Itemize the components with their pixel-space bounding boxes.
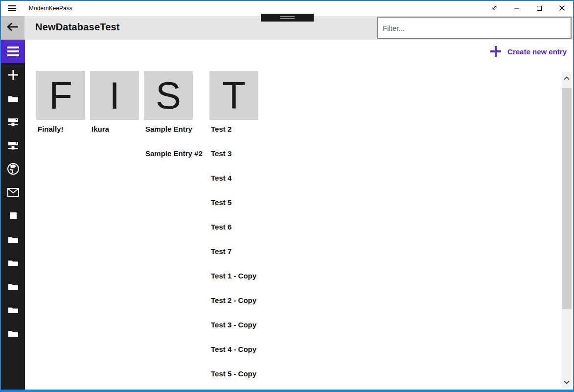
entry-item[interactable]: Finally!: [36, 125, 85, 149]
mail-icon: [7, 187, 20, 198]
minimize-icon: [514, 4, 520, 13]
close-icon: [559, 4, 565, 13]
square-icon: [7, 210, 19, 222]
entry-groups: FFinally!IIkuraSSample EntrySample Entry…: [36, 71, 469, 392]
sidebar-item[interactable]: [1, 322, 25, 345]
scroll-up-button[interactable]: [562, 74, 572, 82]
create-new-entry-label: Create new entry: [507, 47, 567, 56]
entry-item[interactable]: Test 4 - Copy: [209, 345, 464, 369]
create-new-entry-button[interactable]: Create new entry: [490, 46, 567, 57]
sidebar-item[interactable]: [1, 204, 25, 228]
group-letter: T: [222, 71, 246, 120]
chevron-down-icon: [564, 377, 570, 386]
entry-item[interactable]: Test 6: [209, 223, 464, 247]
entry-group: FFinally!: [36, 71, 85, 149]
folder-icon: [7, 233, 19, 245]
app-window: ModernKeePass: [0, 0, 574, 392]
app-title: ModernKeePass: [29, 5, 72, 12]
back-button[interactable]: [1, 16, 24, 40]
sidebar-item[interactable]: [1, 275, 25, 298]
entry-group: IIkura: [90, 71, 139, 149]
sidebar-item[interactable]: [1, 181, 25, 204]
entry-item[interactable]: Sample Entry #2: [144, 149, 205, 174]
folder-icon: [7, 280, 19, 292]
entry-group: SSample EntrySample Entry #2: [144, 71, 205, 174]
entry-list: Sample EntrySample Entry #2: [144, 120, 205, 174]
entry-item[interactable]: Test 7: [209, 247, 464, 272]
window-controls: [483, 1, 573, 16]
sidebar-item[interactable]: [1, 87, 25, 110]
maximize-button[interactable]: [528, 1, 551, 16]
group-tile[interactable]: T: [209, 71, 258, 120]
entry-list: Test 2Test 3Test 4Test 5Test 6Test 7Test…: [209, 120, 464, 392]
group-letter: I: [109, 71, 120, 120]
drag-handle[interactable]: [261, 14, 314, 22]
minimize-button[interactable]: [505, 1, 528, 16]
page-title: NewDatabaseTest: [35, 22, 120, 33]
main-content: Create new entry FFinally!IIkuraSSample …: [25, 40, 573, 391]
entry-group: TTest 2Test 3Test 4Test 5Test 6Test 7Tes…: [209, 71, 464, 392]
back-arrow-icon: [6, 22, 19, 34]
sidebar-item[interactable]: [1, 228, 25, 251]
sliders-icon: [7, 139, 19, 151]
entry-item[interactable]: Test 2 - Copy: [209, 296, 464, 321]
entry-item[interactable]: Test 2: [209, 125, 464, 149]
entry-item[interactable]: Test 3: [209, 149, 464, 174]
plus-icon: [490, 46, 501, 57]
group-letter: S: [156, 71, 181, 120]
fullscreen-button[interactable]: [483, 1, 505, 16]
folder-icon: [7, 304, 19, 316]
hamburger-icon[interactable]: [1, 40, 25, 63]
folder-icon: [7, 327, 19, 339]
group-letter: F: [49, 71, 72, 120]
filter-field: [377, 17, 572, 39]
sidebar-items: [1, 63, 25, 345]
entry-list: Finally!: [36, 120, 85, 149]
entry-list: Ikura: [90, 120, 139, 149]
sidebar: [1, 40, 25, 391]
group-tile[interactable]: I: [90, 71, 139, 120]
folder-icon: [7, 92, 19, 104]
globe-icon: [7, 162, 20, 175]
sidebar-item[interactable]: [1, 110, 25, 134]
sidebar-item[interactable]: [1, 63, 25, 87]
chevron-up-icon: [564, 73, 570, 82]
sidebar-item[interactable]: [1, 251, 25, 275]
entry-item[interactable]: Test 4: [209, 174, 464, 198]
close-button[interactable]: [551, 1, 573, 16]
plus-icon: [7, 69, 19, 81]
entry-item[interactable]: Test 5 - Copy: [209, 369, 464, 392]
entry-item[interactable]: Ikura: [90, 125, 139, 149]
sidebar-item[interactable]: [1, 298, 25, 322]
scroll-down-button[interactable]: [562, 378, 572, 386]
group-tile[interactable]: F: [36, 71, 85, 120]
scrollbar-thumb[interactable]: [562, 88, 572, 309]
entry-item[interactable]: Test 3 - Copy: [209, 321, 464, 345]
maximize-icon: [536, 4, 542, 13]
sliders-icon: [7, 116, 19, 128]
entry-item[interactable]: Test 5: [209, 198, 464, 223]
vertical-scrollbar[interactable]: [562, 72, 572, 388]
sidebar-item[interactable]: [1, 157, 25, 181]
entry-item[interactable]: Test 1 - Copy: [209, 272, 464, 296]
folder-icon: [7, 257, 19, 269]
diagonal-resize-icon: [491, 4, 498, 13]
entry-item[interactable]: Sample Entry: [144, 125, 205, 149]
group-tile[interactable]: S: [144, 71, 193, 120]
filter-input[interactable]: [378, 18, 571, 38]
hamburger-icon[interactable]: [8, 5, 16, 12]
sidebar-item[interactable]: [1, 134, 25, 157]
